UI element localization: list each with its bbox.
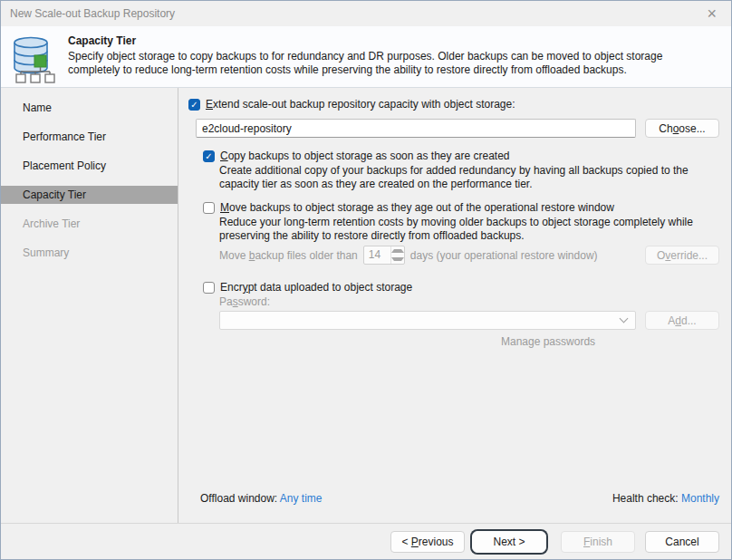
window-title: New Scale-out Backup Repository	[10, 7, 701, 20]
manage-passwords-link: Manage passwords	[501, 335, 719, 348]
move-age-prefix-label: Move backup files older than	[219, 249, 358, 262]
add-password-button: Add...	[645, 311, 719, 330]
copy-backups-description: Create additional copy of your backups f…	[219, 164, 719, 191]
move-age-suffix-label: days (your operational restore window)	[410, 249, 598, 262]
sidebar-item-capacity-tier[interactable]: Capacity Tier	[1, 186, 178, 204]
move-age-spinner: 14	[363, 246, 405, 265]
sidebar-item-summary: Summary	[1, 244, 178, 262]
scale-out-repository-icon	[13, 35, 58, 82]
next-button[interactable]: Next >	[472, 531, 546, 553]
sidebar-item-performance-tier[interactable]: Performance Tier	[1, 128, 178, 146]
wizard-header: Capacity Tier Specify object storage to …	[1, 26, 731, 88]
health-check-row: Health check: Monthly	[612, 492, 719, 505]
step-title: Capacity Tier	[68, 34, 716, 47]
wizard-window: New Scale-out Backup Repository × Capaci…	[0, 0, 732, 560]
offload-window-label: Offload window:	[200, 492, 280, 505]
copy-backups-checkbox[interactable]: ✓	[203, 150, 215, 162]
title-bar: New Scale-out Backup Repository ×	[1, 1, 731, 26]
password-label: Password:	[219, 296, 719, 308]
capacity-tier-panel: ✓ Extend scale-out backup repository cap…	[178, 88, 731, 523]
sidebar-item-archive-tier: Archive Tier	[1, 215, 178, 233]
step-description: Specify object storage to copy backups t…	[68, 50, 716, 77]
offload-window-row: Offload window: Any time	[200, 492, 323, 505]
choose-button[interactable]: Choose...	[645, 119, 719, 138]
cancel-button[interactable]: Cancel	[645, 531, 719, 553]
close-icon[interactable]: ×	[701, 5, 722, 22]
override-button: Override...	[645, 246, 719, 265]
password-combobox	[219, 311, 636, 330]
move-backups-description: Reduce your long-term retention costs by…	[219, 216, 719, 243]
move-age-value: 14	[364, 246, 390, 264]
health-check-label: Health check:	[612, 492, 681, 505]
object-storage-repository-input[interactable]	[196, 119, 636, 138]
offload-window-link[interactable]: Any time	[280, 492, 323, 505]
move-backups-label[interactable]: Move backups to object storage as they a…	[220, 201, 614, 215]
previous-button[interactable]: < Previous	[390, 531, 465, 553]
encrypt-data-checkbox[interactable]	[203, 282, 215, 294]
health-check-link[interactable]: Monthly	[681, 492, 719, 505]
wizard-steps-sidebar: Name Performance Tier Placement Policy C…	[1, 88, 178, 523]
encrypt-data-label[interactable]: Encrypt data uploaded to object storage	[220, 281, 412, 294]
move-backups-checkbox[interactable]	[203, 202, 215, 214]
wizard-footer: < Previous Next > Finish Cancel	[1, 523, 731, 560]
extend-capacity-checkbox[interactable]: ✓	[188, 99, 200, 111]
chevron-down-icon	[620, 314, 629, 323]
spinner-up-icon	[391, 246, 404, 256]
spinner-down-icon	[391, 256, 404, 265]
extend-capacity-label[interactable]: Extend scale-out backup repository capac…	[206, 98, 515, 111]
finish-button: Finish	[561, 531, 635, 553]
sidebar-item-placement-policy[interactable]: Placement Policy	[1, 157, 178, 175]
sidebar-item-name[interactable]: Name	[1, 99, 178, 117]
copy-backups-label[interactable]: Copy backups to object storage as soon a…	[220, 150, 510, 163]
